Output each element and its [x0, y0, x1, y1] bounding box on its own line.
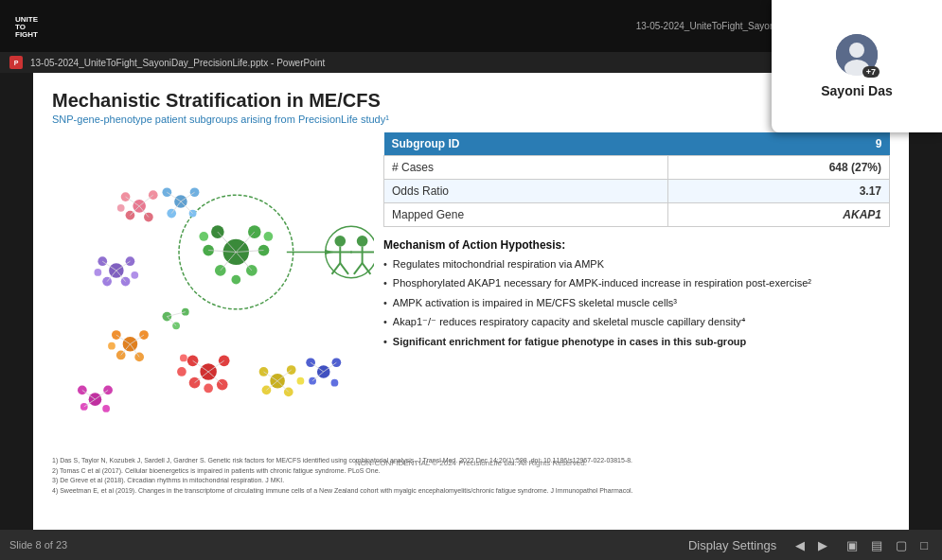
table-cell-label: Odds Ratio: [384, 180, 668, 203]
bottom-bar: Slide 8 of 23 Display Settings ◀ ▶ ▣ ▤ ▢…: [0, 530, 942, 560]
mechanism-title: Mechanism of Action Hypothesis:: [383, 238, 890, 252]
svg-point-103: [331, 379, 339, 387]
presentation-title: 13-05-2024_UniteToFight_SayoniDay_Precis…: [30, 58, 325, 68]
svg-point-90: [259, 367, 269, 376]
svg-point-5: [849, 43, 864, 58]
user-panel: +7 Sayoni Das: [772, 0, 942, 132]
svg-point-41: [144, 213, 153, 222]
table-cell-value: 648 (27%): [668, 156, 890, 180]
svg-point-94: [297, 377, 305, 385]
svg-line-30: [340, 263, 348, 274]
logo-area: UNITE TO FIGHT: [11, 9, 47, 44]
table-cell-value: AKAP1: [668, 203, 890, 227]
slide-body: Subgroup ID 9 # Cases648 (27%)Odds Ratio…: [52, 132, 890, 473]
confidential: NON-CONFIDENTIAL © 2024 PrecisionLife Lt…: [52, 458, 890, 469]
svg-point-48: [98, 256, 107, 266]
mechanism-section: Mechanism of Action Hypothesis: Regulate…: [383, 238, 890, 473]
slide-content: Mechanistic Stratification in ME/CFS SNP…: [33, 73, 909, 530]
mechanism-item: AMPK activation is impaired in ME/CFS sk…: [383, 296, 890, 310]
display-settings-btn[interactable]: Display Settings: [684, 536, 781, 554]
svg-line-35: [354, 263, 363, 274]
stats-table: Subgroup ID 9 # Cases648 (27%)Odds Ratio…: [383, 132, 890, 227]
svg-point-17: [264, 232, 274, 241]
mechanism-item: Phosphorylated AKAP1 necessary for AMPK-…: [383, 276, 890, 290]
svg-point-70: [116, 351, 126, 360]
fullscreen-btn[interactable]: □: [915, 536, 933, 554]
slide-header: Mechanistic Stratification in ME/CFS SNP…: [52, 90, 890, 125]
table-header-label: Subgroup ID: [384, 132, 668, 156]
mechanism-item: Akap1⁻/⁻ reduces respiratory capacity an…: [383, 315, 890, 329]
svg-point-116: [102, 405, 110, 412]
stats-body: # Cases648 (27%)Odds Ratio3.17Mapped Gen…: [384, 156, 890, 227]
right-info-area: Subgroup ID 9 # Cases648 (27%)Odds Ratio…: [383, 132, 890, 473]
svg-point-83: [177, 367, 187, 376]
unite-to-fight-logo: UNITE TO FIGHT: [11, 9, 47, 44]
ppt-icon: P: [9, 56, 23, 69]
prev-slide-btn[interactable]: ◀: [791, 536, 809, 554]
svg-point-53: [131, 271, 138, 279]
grid-view-btn[interactable]: ▤: [866, 536, 887, 554]
reference-item: 4) Sweetman E, et al (2019). Changes in …: [52, 486, 890, 497]
svg-point-52: [94, 269, 101, 276]
network-area: [52, 132, 374, 473]
table-cell-label: Mapped Gene: [384, 203, 668, 227]
avatar-badge: +7: [862, 66, 880, 78]
mechanism-list: Regulates mitochondrial respiration via …: [383, 257, 890, 349]
svg-point-32: [357, 236, 368, 247]
svg-line-111: [167, 317, 176, 326]
svg-point-82: [204, 384, 213, 394]
reading-view-btn[interactable]: ▢: [891, 536, 912, 554]
mechanism-item: Regulates mitochondrial respiration via …: [383, 257, 890, 271]
svg-point-100: [306, 358, 315, 367]
svg-point-51: [121, 277, 131, 287]
references: 1) Das S, Taylor N, Kozubek J, Sardell J…: [52, 456, 890, 496]
slide-area: Mechanistic Stratification in ME/CFS SNP…: [33, 73, 909, 530]
table-row: # Cases648 (27%): [384, 156, 890, 180]
slide-title: Mechanistic Stratification in ME/CFS: [52, 90, 389, 112]
stats-table-container: Subgroup ID 9 # Cases648 (27%)Odds Ratio…: [383, 132, 890, 227]
mechanism-item: Significant enrichment for fatigue pheno…: [383, 335, 890, 349]
svg-point-79: [219, 355, 230, 366]
table-cell-label: # Cases: [384, 156, 668, 180]
svg-point-15: [231, 275, 240, 285]
view-controls: ▣ ▤ ▢ □: [842, 536, 933, 554]
svg-point-16: [199, 232, 208, 241]
svg-point-50: [102, 277, 112, 287]
normal-view-btn[interactable]: ▣: [842, 536, 862, 554]
svg-point-80: [189, 377, 201, 389]
svg-point-101: [332, 358, 342, 367]
slide-subtitle: SNP-gene-phenotype patient subgroups ari…: [52, 114, 389, 125]
svg-text:FIGHT: FIGHT: [15, 30, 38, 39]
slide-info: Slide 8 of 23: [9, 539, 67, 551]
table-cell-value: 3.17: [668, 180, 890, 203]
table-row: Mapped GeneAKAP1: [384, 203, 890, 227]
svg-point-26: [334, 236, 346, 247]
table-row: Odds Ratio3.17: [384, 180, 890, 203]
svg-point-84: [180, 354, 187, 361]
user-name: Sayoni Das: [821, 83, 892, 98]
nav-controls: ◀ ▶: [791, 536, 832, 554]
svg-point-114: [103, 386, 113, 395]
next-slide-btn[interactable]: ▶: [813, 536, 832, 554]
table-header-value: 9: [668, 132, 890, 156]
svg-point-42: [117, 204, 125, 212]
avatar: +7: [836, 34, 878, 76]
svg-point-72: [108, 342, 116, 350]
reference-item: 3) De Greve et al (2018). Circadian rhyt…: [52, 476, 890, 486]
